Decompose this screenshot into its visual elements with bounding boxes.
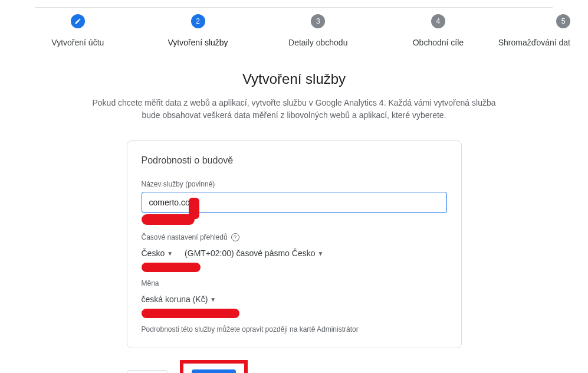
card-title: Podrobnosti o budově [142, 155, 447, 166]
next-button[interactable]: Další [192, 369, 236, 373]
back-button[interactable]: Zpět [127, 370, 168, 373]
page-title: Vytvoření služby [64, 71, 524, 87]
button-row: Zpět Další [127, 360, 462, 373]
step-number: 5 [556, 14, 570, 28]
step-property[interactable]: 2 Vytvoření služby [138, 14, 258, 47]
step-goals[interactable]: 4 Obchodní cíle [378, 14, 498, 47]
page-subtitle: Pokud chcete měřit data z webů a aplikac… [64, 97, 524, 122]
highlight-box: Další [180, 360, 248, 373]
property-details-card: Podrobnosti o budově Název služby (povin… [127, 140, 462, 348]
help-icon[interactable]: ? [231, 233, 239, 241]
redaction-mark [142, 263, 201, 272]
check-icon [71, 14, 85, 28]
timezone-dropdown[interactable]: (GMT+02:00) časové pásmo Česko ▼ [185, 245, 323, 261]
redaction-mark [142, 309, 239, 318]
step-number: 4 [431, 14, 445, 28]
step-account[interactable]: Vytvoření účtu [18, 14, 138, 47]
step-number: 2 [191, 14, 205, 28]
step-label: Detaily obchodu [288, 38, 347, 47]
step-data[interactable]: 5 Shromažďování dat [498, 14, 570, 47]
property-name-input[interactable] [142, 192, 447, 213]
step-label: Vytvoření služby [167, 38, 228, 47]
currency-label: Měna [142, 279, 447, 287]
step-label: Shromažďování dat [498, 38, 570, 47]
card-hint: Podrobnosti této služby můžete opravit p… [142, 325, 447, 333]
timezone-label: Časové nastavení přehledů ? [142, 233, 447, 241]
step-number: 3 [311, 14, 325, 28]
redaction-mark [142, 214, 195, 225]
main-content: Vytvoření služby Pokud chcete měřit data… [64, 71, 524, 373]
country-dropdown[interactable]: Česko ▼ [142, 245, 173, 261]
currency-dropdown[interactable]: česká koruna (Kč) ▼ [142, 291, 216, 307]
step-label: Obchodní cíle [413, 38, 464, 47]
step-business[interactable]: 3 Detaily obchodu [258, 14, 378, 47]
stepper: Vytvoření účtu 2 Vytvoření služby 3 Deta… [0, 0, 588, 47]
chevron-down-icon: ▼ [167, 250, 173, 257]
chevron-down-icon: ▼ [210, 296, 216, 303]
property-name-label: Název služby (povinné) [142, 180, 447, 188]
chevron-down-icon: ▼ [317, 250, 323, 257]
step-label: Vytvoření účtu [51, 38, 104, 47]
